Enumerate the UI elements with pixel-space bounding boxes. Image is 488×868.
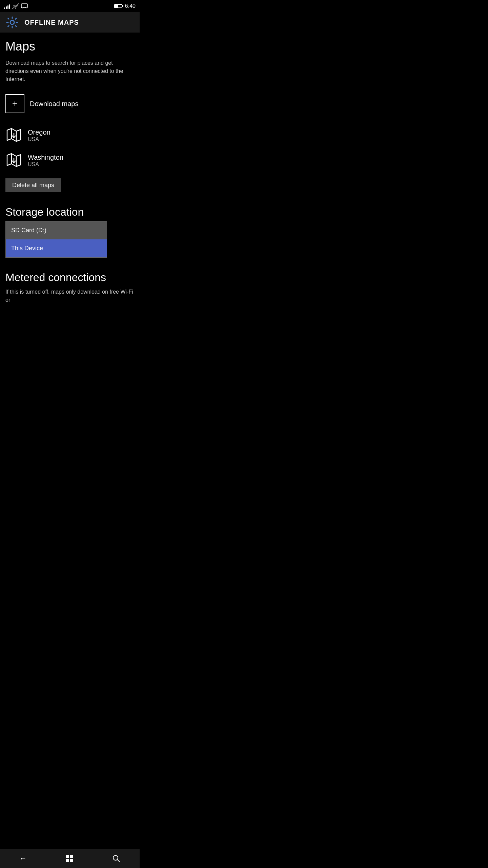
dropdown-option-thisdevice[interactable]: This Device [6,239,107,257]
svg-point-2 [10,20,14,24]
dropdown-menu: SD Card (D:) This Device [5,221,107,258]
delete-all-maps-button[interactable]: Delete all maps [5,178,61,192]
map-region-oregon: USA [28,136,50,142]
maps-section-description: Download maps to search for places and g… [5,59,134,83]
signal-bar-1 [4,7,5,9]
map-item-oregon[interactable]: Oregon USA [5,123,134,148]
status-left [4,3,28,9]
plus-box: + [5,94,24,113]
status-bar: 6:40 [0,0,140,12]
gear-icon [5,16,19,29]
signal-bars [4,3,10,9]
metered-description: If this is turned off, maps only downloa… [5,288,134,304]
map-name-washington: Washington [28,154,63,161]
status-right: 6:40 [114,3,136,9]
map-name-oregon: Oregon [28,129,50,136]
storage-title: Storage location [5,206,134,218]
battery [114,4,122,8]
maps-section-title: Maps [5,39,134,54]
storage-dropdown[interactable]: SD Card (D:) This Device [5,221,107,258]
map-download-icon-oregon [5,127,22,144]
plus-icon: + [12,99,18,108]
header-title: OFFLINE MAPS [24,19,79,26]
signal-bar-3 [7,5,8,9]
app-header: OFFLINE MAPS [0,12,140,33]
storage-section: Storage location SD Card (D:) This Devic… [5,206,134,258]
download-maps-button[interactable]: + Download maps [5,92,134,116]
message-icon [21,3,28,9]
metered-section: Metered connections If this is turned of… [5,271,134,304]
map-region-washington: USA [28,161,63,167]
main-content: Maps Download maps to search for places … [0,33,140,311]
map-download-icon-washington [5,152,22,169]
download-maps-label: Download maps [30,100,78,108]
dropdown-option-sdcard[interactable]: SD Card (D:) [6,221,107,239]
map-item-washington[interactable]: Washington USA [5,148,134,173]
signal-bar-2 [6,6,7,9]
signal-bar-4 [9,4,10,9]
status-time: 6:40 [125,3,136,9]
battery-fill [115,5,118,7]
battery-body [114,4,122,8]
wifi-icon [12,3,19,9]
map-info-washington: Washington USA [28,154,63,167]
map-info-oregon: Oregon USA [28,129,50,142]
metered-title: Metered connections [5,271,134,284]
